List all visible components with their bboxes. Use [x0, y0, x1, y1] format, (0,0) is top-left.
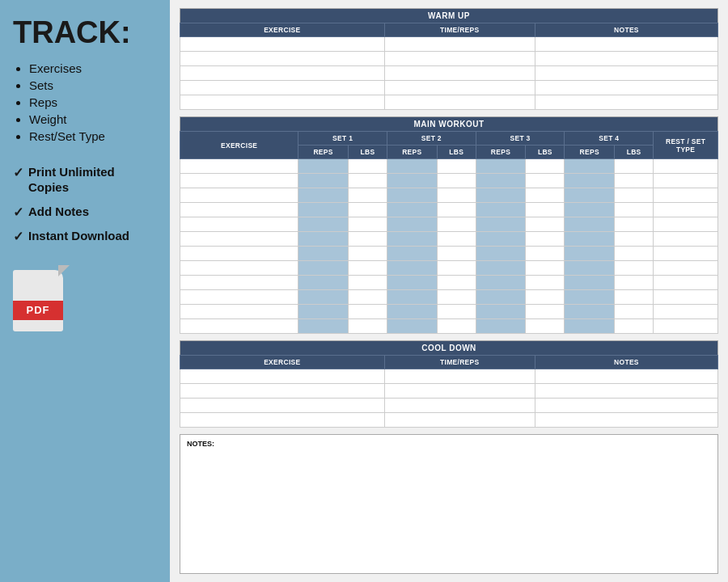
cooldown-col-exercise: EXERCISE [180, 356, 385, 369]
track-item-rest: Rest/Set Type [29, 129, 157, 143]
cooldown-col-timereps: TIME/REPS [384, 356, 535, 369]
cooldown-title: COOL DOWN [180, 341, 718, 356]
checkmark-icon-3: ✓ [13, 229, 23, 244]
cooldown-row-2 [180, 384, 718, 399]
warmup-row-4 [180, 81, 718, 95]
pdf-icon-container: PDF [13, 265, 157, 331]
s2-lbs: LBS [437, 146, 476, 159]
main-row-1 [180, 159, 718, 174]
pdf-label: PDF [27, 304, 50, 316]
s4-reps: REPS [565, 146, 615, 159]
content-area: WARM UP EXERCISE TIME/REPS NOTES MAIN WO… [170, 0, 728, 582]
warmup-title: WARM UP [180, 9, 718, 23]
s3-lbs: LBS [526, 146, 565, 159]
track-item-sets: Sets [29, 78, 157, 92]
warmup-row-3 [180, 66, 718, 81]
feature-notes-label: Add Notes [28, 204, 89, 220]
s2-reps: REPS [387, 146, 438, 159]
main-row-12 [180, 319, 718, 334]
pdf-body: PDF [13, 270, 63, 331]
pdf-fold-icon [58, 265, 70, 276]
cooldown-table: COOL DOWN EXERCISE TIME/REPS NOTES [180, 340, 718, 428]
cooldown-row-1 [180, 369, 718, 384]
warmup-title-row: WARM UP [180, 9, 718, 23]
s1-lbs: LBS [348, 146, 387, 159]
track-item-reps: Reps [29, 95, 157, 109]
main-row-6 [180, 232, 718, 247]
track-title: TRACK: [13, 16, 157, 50]
main-row-5 [180, 217, 718, 232]
main-title: MAIN WORKOUT [180, 117, 718, 132]
checkmark-icon: ✓ [13, 165, 23, 180]
s4-lbs: LBS [615, 146, 654, 159]
track-item-weight: Weight [29, 112, 157, 126]
main-row-2 [180, 174, 718, 188]
cooldown-title-row: COOL DOWN [180, 341, 718, 356]
main-set4: SET 4 [565, 132, 654, 146]
main-row-4 [180, 203, 718, 217]
pdf-red-band: PDF [13, 301, 63, 320]
main-row-11 [180, 305, 718, 319]
main-col-rest: REST / SET TYPE [654, 132, 718, 159]
track-item-exercises: Exercises [29, 61, 157, 75]
sidebar: TRACK: Exercises Sets Reps Weight Rest/S… [0, 0, 170, 582]
checkmark-icon-2: ✓ [13, 205, 23, 220]
main-set-header-row: EXERCISE SET 1 SET 2 SET 3 SET 4 REST / … [180, 132, 718, 146]
s1-reps: REPS [298, 146, 349, 159]
warmup-row-1 [180, 37, 718, 52]
main-title-row: MAIN WORKOUT [180, 117, 718, 132]
warmup-row-2 [180, 52, 718, 66]
main-row-3 [180, 188, 718, 203]
warmup-col-exercise: EXERCISE [180, 23, 385, 37]
main-row-7 [180, 247, 718, 261]
warmup-col-notes: NOTES [535, 23, 717, 37]
cooldown-col-notes: NOTES [535, 356, 717, 369]
feature-download: ✓ Instant Download [13, 228, 157, 244]
warmup-row-5 [180, 95, 718, 110]
cooldown-row-4 [180, 413, 718, 428]
feature-notes: ✓ Add Notes [13, 204, 157, 220]
main-set3: SET 3 [476, 132, 565, 146]
main-workout-table: MAIN WORKOUT EXERCISE SET 1 SET 2 SET 3 … [180, 116, 718, 334]
main-set2: SET 2 [387, 132, 476, 146]
warmup-header-row: EXERCISE TIME/REPS NOTES [180, 23, 718, 37]
s3-reps: REPS [476, 146, 526, 159]
main-row-9 [180, 276, 718, 290]
warmup-col-timereps: TIME/REPS [384, 23, 535, 37]
track-list: Exercises Sets Reps Weight Rest/Set Type [13, 61, 157, 146]
main-row-10 [180, 290, 718, 305]
cooldown-header-row: EXERCISE TIME/REPS NOTES [180, 356, 718, 369]
notes-section: NOTES: [180, 434, 718, 574]
pdf-icon: PDF [13, 265, 70, 331]
main-row-8 [180, 261, 718, 276]
feature-print-label: Print Unlimited Copies [28, 164, 157, 196]
main-col-exercise: EXERCISE [180, 132, 298, 159]
notes-label: NOTES: [187, 440, 711, 448]
feature-download-label: Instant Download [28, 228, 129, 244]
warmup-table: WARM UP EXERCISE TIME/REPS NOTES [180, 8, 718, 110]
cooldown-row-3 [180, 399, 718, 413]
main-set1: SET 1 [298, 132, 387, 146]
feature-print: ✓ Print Unlimited Copies [13, 164, 157, 196]
